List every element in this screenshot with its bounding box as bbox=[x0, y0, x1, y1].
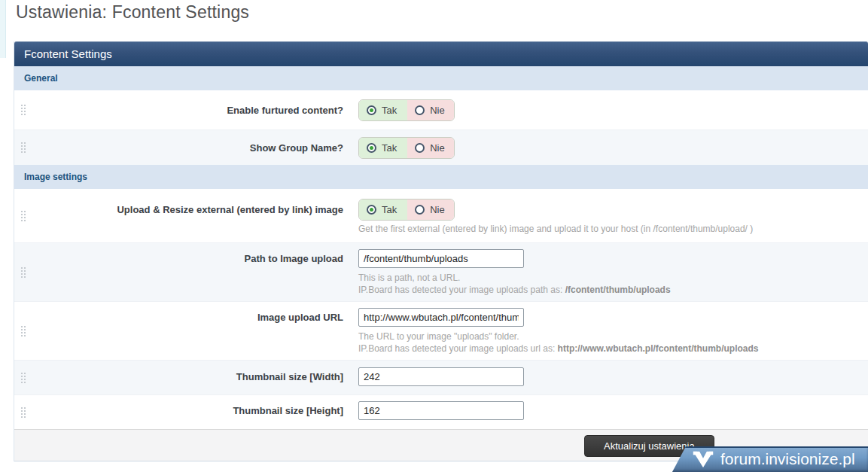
page-title: Ustawienia: Fcontent Settings bbox=[16, 2, 249, 23]
toggle-yes-label: Tak bbox=[382, 204, 397, 215]
section-header-image-settings: Image settings bbox=[14, 165, 868, 189]
help-detected-path: /fcontent/thumb/uploads bbox=[565, 285, 671, 295]
setting-help-text: Get the first external (entered by link)… bbox=[358, 223, 868, 235]
drag-handle-icon[interactable] bbox=[21, 105, 23, 106]
yes-no-toggle: Tak Nie bbox=[358, 99, 455, 121]
setting-label: Upload & Resize external (entered by lin… bbox=[14, 199, 343, 221]
radio-selected-icon bbox=[367, 205, 376, 215]
drag-handle-icon[interactable] bbox=[21, 326, 23, 327]
help-detected-url: http://www.wbutach.pl/fcontent/thumb/upl… bbox=[558, 343, 759, 354]
toggle-yes-label: Tak bbox=[382, 105, 397, 116]
watermark-banner: forum.invisionize.pl bbox=[672, 446, 868, 472]
help-detected-prefix: IP.Board has detected your image uploads… bbox=[358, 285, 565, 295]
section-header-general: General bbox=[14, 66, 868, 90]
yes-no-toggle: Tak Nie bbox=[358, 199, 455, 221]
setting-label: Show Group Name? bbox=[14, 137, 343, 159]
toggle-no-label: Nie bbox=[430, 142, 445, 154]
setting-row: Thumbnail size [Height] bbox=[14, 394, 868, 429]
setting-row: Show Group Name? Tak Nie bbox=[14, 129, 868, 165]
setting-help-text: The URL to your image "uploads" folder. bbox=[358, 330, 868, 343]
setting-row: Upload & Resize external (entered by lin… bbox=[14, 189, 868, 242]
setting-label: Path to Image upload bbox=[14, 249, 343, 268]
drag-handle-icon[interactable] bbox=[21, 142, 23, 144]
drag-handle-icon[interactable] bbox=[21, 407, 23, 409]
toggle-no-label: Nie bbox=[430, 204, 445, 215]
setting-help-text: This is a path, not a URL. bbox=[358, 272, 868, 284]
radio-unselected-icon bbox=[415, 105, 425, 115]
toggle-yes-label: Tak bbox=[382, 142, 397, 154]
panel-header: Fcontent Settings bbox=[14, 41, 868, 66]
setting-label: Thumbnail size [Height] bbox=[14, 401, 343, 420]
setting-label: Thumbnail size [Width] bbox=[14, 367, 343, 386]
invision-v-logo-icon bbox=[692, 450, 714, 468]
toggle-no-label: Nie bbox=[430, 105, 445, 116]
watermark-text: forum.invisionize.pl bbox=[720, 450, 855, 468]
settings-panel: Fcontent Settings General Enable furture… bbox=[14, 41, 868, 461]
radio-selected-icon bbox=[367, 143, 376, 153]
radio-unselected-icon bbox=[415, 205, 425, 215]
setting-row: Path to Image upload This is a path, not… bbox=[14, 242, 868, 301]
drag-handle-icon[interactable] bbox=[21, 211, 23, 212]
setting-label: Enable furtured content? bbox=[14, 99, 343, 121]
setting-row: Enable furtured content? Tak Nie bbox=[14, 90, 868, 129]
radio-unselected-icon bbox=[415, 143, 425, 153]
thumbnail-height-input[interactable] bbox=[358, 401, 524, 420]
image-upload-url-input[interactable] bbox=[358, 308, 524, 327]
thumbnail-width-input[interactable] bbox=[358, 367, 524, 386]
drag-handle-icon[interactable] bbox=[21, 267, 23, 269]
radio-selected-icon bbox=[367, 105, 376, 115]
toggle-no-option[interactable]: Nie bbox=[407, 100, 454, 120]
setting-label: Image upload URL bbox=[14, 308, 343, 327]
sidebar-edge bbox=[0, 0, 6, 58]
setting-help-text: IP.Board has detected your image uploads… bbox=[358, 343, 868, 355]
toggle-yes-option[interactable]: Tak bbox=[359, 138, 407, 158]
setting-row: Thumbnail size [Width] bbox=[14, 360, 868, 394]
toggle-yes-option[interactable]: Tak bbox=[359, 199, 407, 220]
toggle-no-option[interactable]: Nie bbox=[407, 199, 454, 220]
setting-row: Image upload URL The URL to your image "… bbox=[14, 301, 868, 360]
yes-no-toggle: Tak Nie bbox=[358, 137, 455, 159]
help-detected-prefix: IP.Board has detected your image uploads… bbox=[358, 343, 558, 354]
setting-help-text: IP.Board has detected your image uploads… bbox=[358, 284, 868, 296]
path-to-image-upload-input[interactable] bbox=[358, 249, 524, 268]
drag-handle-icon[interactable] bbox=[21, 373, 23, 374]
toggle-yes-option[interactable]: Tak bbox=[359, 100, 407, 120]
toggle-no-option[interactable]: Nie bbox=[407, 138, 454, 158]
